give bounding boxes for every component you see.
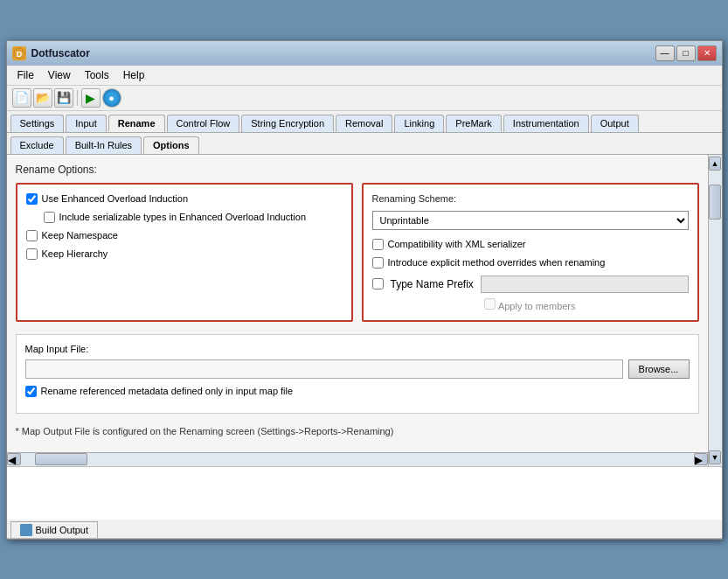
build-output-icon <box>20 524 32 536</box>
type-name-prefix-label: Type Name Prefix <box>391 278 474 290</box>
horizontal-scrollbar[interactable]: ◀ ▶ <box>7 452 708 466</box>
hscroll-left-btn[interactable]: ◀ <box>7 453 21 465</box>
map-input-label: Map Input File: <box>25 344 690 354</box>
window-title: Dotfuscator <box>31 47 90 59</box>
tab-output[interactable]: Output <box>591 115 639 132</box>
svg-text:D: D <box>16 50 22 59</box>
right-panel: Renaming Scheme: Unprintable Lower Case … <box>362 183 699 322</box>
note-text: * Map Output File is configured on the R… <box>16 426 699 436</box>
info-button[interactable]: ● <box>102 88 121 108</box>
checkbox-keep-hierarchy: Keep Hierarchy <box>26 248 343 260</box>
checkbox-enhanced-overload: Use Enhanced Overload Induction <box>26 193 343 205</box>
tab-instrumentation[interactable]: Instrumentation <box>503 115 589 132</box>
menu-tools[interactable]: Tools <box>78 67 116 83</box>
left-panel: Use Enhanced Overload Induction Include … <box>16 183 353 322</box>
toolbar-separator <box>77 90 78 106</box>
hscroll-right-btn[interactable]: ▶ <box>694 453 708 465</box>
explicit-overrides-label: Introduce explicit method overrides when… <box>388 257 606 268</box>
main-window: D Dotfuscator — □ ✕ File View Tools Help… <box>6 40 723 540</box>
tab-options[interactable]: Options <box>143 136 199 154</box>
browse-button[interactable]: Browse... <box>628 359 690 379</box>
menu-help[interactable]: Help <box>116 67 152 83</box>
scheme-select[interactable]: Unprintable Lower Case Upper Case Numeri… <box>372 211 689 230</box>
map-input-section: Map Input File: Browse... Rename referen… <box>16 334 699 414</box>
minimize-button[interactable]: — <box>655 45 675 61</box>
serializable-label: Include serializable types in Enhanced O… <box>59 212 307 222</box>
explicit-overrides-checkbox[interactable] <box>372 257 384 269</box>
scheme-label: Renaming Scheme: <box>372 193 689 204</box>
run-button[interactable]: ▶ <box>81 88 101 108</box>
menu-file[interactable]: File <box>10 67 41 83</box>
build-output-tab[interactable]: Build Output <box>10 521 99 538</box>
options-panels: Use Enhanced Overload Induction Include … <box>16 183 699 322</box>
type-name-prefix-input[interactable] <box>481 276 689 293</box>
tab-input[interactable]: Input <box>66 115 106 132</box>
apply-to-members-row: Apply to members <box>372 298 689 311</box>
rename-options-label: Rename Options: <box>16 164 699 176</box>
map-input-field[interactable] <box>25 359 623 379</box>
type-name-prefix-checkbox[interactable] <box>372 278 384 290</box>
close-button[interactable]: ✕ <box>697 45 717 61</box>
tab-settings[interactable]: Settings <box>10 115 65 132</box>
content-area: Rename Options: Use Enhanced Overload In… <box>7 155 708 452</box>
apply-to-members-checkbox <box>484 298 496 310</box>
new-button[interactable]: 📄 <box>12 88 31 108</box>
tab-exclude[interactable]: Exclude <box>10 136 64 154</box>
checkbox-rename-referenced: Rename referenced metadata defined only … <box>25 386 690 397</box>
serializable-checkbox[interactable] <box>44 212 55 223</box>
tab-premark[interactable]: PreMark <box>446 115 502 132</box>
output-content <box>7 467 722 520</box>
tab-built-in-rules[interactable]: Built-In Rules <box>66 136 142 154</box>
xml-compat-label: Compatibility with XML serializer <box>388 239 526 249</box>
scheme-dropdown-row: Unprintable Lower Case Upper Case Numeri… <box>372 211 689 230</box>
main-content: Rename Options: Use Enhanced Overload In… <box>7 155 708 466</box>
tab-linking[interactable]: Linking <box>394 115 444 132</box>
rename-referenced-label: Rename referenced metadata defined only … <box>41 386 294 396</box>
checkbox-explicit-overrides: Introduce explicit method overrides when… <box>372 257 689 269</box>
vscroll-thumb[interactable] <box>709 185 721 220</box>
hscroll-thumb[interactable] <box>35 453 87 465</box>
tab-removal[interactable]: Removal <box>336 115 392 132</box>
open-button[interactable]: 📂 <box>33 88 52 108</box>
checkbox-xml-compat: Compatibility with XML serializer <box>372 239 689 250</box>
output-bar: Build Output <box>7 466 722 539</box>
toolbar: 📄 📂 💾 ▶ ● <box>7 86 722 111</box>
tab-rename[interactable]: Rename <box>108 115 165 132</box>
xml-compat-checkbox[interactable] <box>372 239 384 250</box>
keep-hierarchy-checkbox[interactable] <box>26 248 38 260</box>
save-button[interactable]: 💾 <box>54 88 73 108</box>
checkbox-keep-namespace: Keep Namespace <box>26 230 343 241</box>
title-bar-left: D Dotfuscator <box>12 46 90 60</box>
map-input-row: Browse... <box>25 359 690 379</box>
tab-control-flow[interactable]: Control Flow <box>167 115 240 132</box>
menubar: File View Tools Help <box>7 66 722 86</box>
apply-to-members-label: Apply to members <box>498 301 576 311</box>
keep-namespace-label: Keep Namespace <box>42 230 118 241</box>
keep-namespace-checkbox[interactable] <box>26 230 38 241</box>
main-tabs: Settings Input Rename Control Flow Strin… <box>7 111 722 133</box>
menu-view[interactable]: View <box>41 67 78 83</box>
keep-hierarchy-label: Keep Hierarchy <box>42 248 108 259</box>
build-output-label: Build Output <box>36 525 89 535</box>
title-bar: D Dotfuscator — □ ✕ <box>7 41 722 66</box>
sub-tabs: Exclude Built-In Rules Options <box>7 133 722 155</box>
output-tabs: Build Output <box>7 520 722 539</box>
type-name-prefix-row: Type Name Prefix <box>372 276 689 293</box>
vscroll-up-btn[interactable]: ▲ <box>709 157 721 171</box>
tab-string-encryption[interactable]: String Encryption <box>241 115 334 132</box>
enhanced-overload-label: Use Enhanced Overload Induction <box>42 193 189 204</box>
rename-referenced-checkbox[interactable] <box>25 386 37 397</box>
enhanced-overload-checkbox[interactable] <box>26 193 38 205</box>
maximize-button[interactable]: □ <box>676 45 696 61</box>
vscroll-down-btn[interactable]: ▼ <box>709 450 721 464</box>
main-body: Rename Options: Use Enhanced Overload In… <box>7 155 722 466</box>
window-controls: — □ ✕ <box>655 45 717 61</box>
checkbox-serializable: Include serializable types in Enhanced O… <box>44 212 343 223</box>
app-icon: D <box>12 46 26 60</box>
vertical-scrollbar[interactable]: ▲ ▼ <box>708 155 722 466</box>
